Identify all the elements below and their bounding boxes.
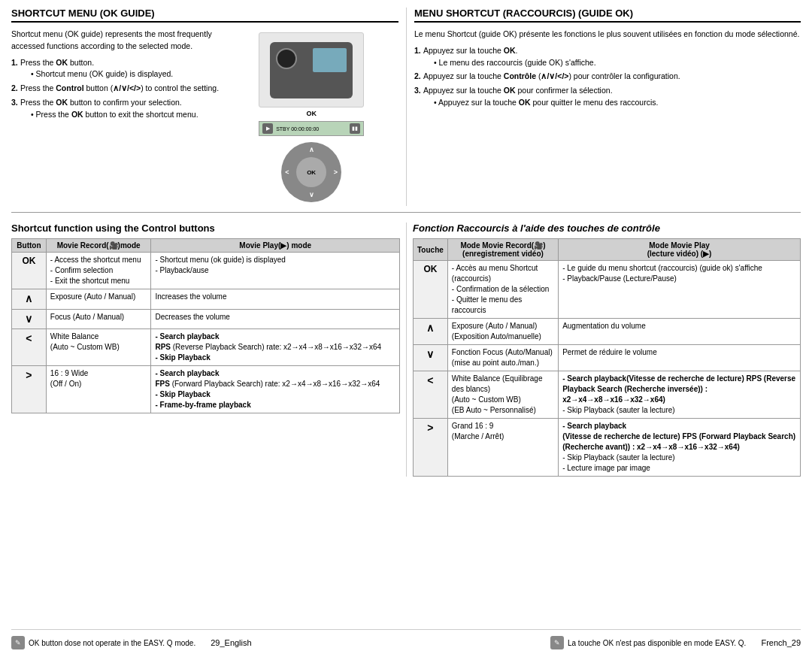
- table-row: OK - Accès au menu Shortcut (raccourcis)…: [414, 261, 801, 319]
- ctrl-up-arrow: ∧: [309, 146, 314, 153]
- control-wheel: ∧ ∨ < > OK: [281, 142, 341, 202]
- table-row: ∨ Fonction Focus (Auto/Manual) (mise au …: [414, 345, 801, 371]
- col-button: Button: [12, 239, 47, 253]
- table-row: > Grand 16 : 9(Marche / Arrêt) - Search …: [414, 419, 801, 477]
- left-record-fr-cell: White Balance (Equilibrage des blancs)(A…: [447, 371, 558, 419]
- left-record-cell: White Balance(Auto ~ Custom WB): [46, 329, 151, 366]
- up-play-cell: Increases the volume: [151, 289, 400, 310]
- left-play-cell: - Search playbackRPS (Reverse Playback S…: [151, 329, 400, 366]
- ctrl-down-arrow: ∨: [309, 191, 314, 198]
- camera-body: [270, 42, 353, 98]
- col-movie-record: Movie Record(🎥)mode: [46, 239, 151, 253]
- left-step-2: 2. Press the Control button (∧/∨/</>) to…: [11, 83, 224, 95]
- left-step-1: 1. Press the OK button. Shortcut menu (O…: [11, 57, 224, 81]
- stby-icon: ▶: [262, 123, 273, 134]
- left-intro: Shortcut menu (OK guide) represents the …: [11, 29, 224, 53]
- up-record-fr-cell: Exposure (Auto / Manual)(Exposition Auto…: [447, 319, 558, 345]
- right-record-fr-cell: Grand 16 : 9(Marche / Arrêt): [447, 419, 558, 477]
- camera-image-area: OK ▶ STBY 00:00:00:00 ▮▮ ∧ ∨ < > OK: [224, 29, 398, 206]
- footer-note-right: ✎ La touche OK n'est pas disponible en m…: [550, 636, 746, 649]
- right-intro: Le menu Shortcut (guide OK) présente les…: [414, 29, 801, 41]
- ok-record-fr-cell: - Accès au menu Shortcut (raccourcis)- C…: [447, 261, 558, 319]
- down-record-cell: Focus (Auto / Manual): [46, 309, 151, 329]
- right-step-1: 1. Appuyez sur la touche OK. Le menu des…: [414, 45, 801, 69]
- left-step-3-bullet: Press the OK button to exit the shortcut…: [20, 109, 224, 121]
- middle-section: Shortcut function using the Control butt…: [11, 223, 801, 477]
- middle-right: Fonction Raccourcis à l'aide des touches…: [406, 223, 801, 477]
- right-step-3: 3. Appuyez sur la touche OK pour confirm…: [414, 85, 801, 109]
- battery-icon: ▮▮: [350, 123, 360, 134]
- right-title: MENU SHORTCUT (RACCOURCIS) (GUIDE OK): [414, 8, 801, 23]
- ok-label: OK: [306, 110, 317, 117]
- table-row: ∨ Focus (Auto / Manual) Decreases the vo…: [12, 309, 400, 329]
- note-icon-right: ✎: [550, 636, 564, 649]
- btn-ok-fr: OK: [414, 261, 448, 319]
- right-step-1-bullet: Le menu des raccourcis (guide OK) s'affi…: [423, 57, 801, 69]
- btn-right: >: [12, 366, 47, 413]
- btn-ok: OK: [12, 253, 47, 289]
- top-section: SHORTCUT MENU (OK GUIDE) Shortcut menu (…: [11, 8, 801, 213]
- right-steps: 1. Appuyez sur la touche OK. Le menu des…: [414, 45, 801, 109]
- note-icon-left: ✎: [11, 636, 25, 649]
- down-play-cell: Decreases the volume: [151, 309, 400, 329]
- btn-left: <: [12, 329, 47, 366]
- camera-image: [259, 32, 364, 107]
- middle-right-title: Fonction Raccourcis à l'aide des touches…: [413, 223, 801, 234]
- lcd-bar: ▶ STBY 00:00:00:00 ▮▮: [259, 121, 364, 136]
- col-touche: Touche: [414, 239, 448, 261]
- table-row: < White Balance (Equilibrage des blancs)…: [414, 371, 801, 419]
- footer-note-left: ✎ OK button dose not operate in the EASY…: [11, 636, 195, 649]
- btn-up: ∧: [12, 289, 47, 310]
- footer-note-right-text: La touche OK n'est pas disponible en mod…: [568, 639, 746, 647]
- ctrl-right-arrow: >: [334, 168, 338, 176]
- left-column: SHORTCUT MENU (OK GUIDE) Shortcut menu (…: [11, 8, 406, 206]
- btn-down: ∨: [12, 309, 47, 329]
- page-num-right: French_29: [761, 638, 801, 647]
- ctrl-left-arrow: <: [285, 168, 289, 176]
- right-step-3-bullet: Appuyez sur la touche OK pour quitter le…: [423, 97, 801, 109]
- middle-left: Shortcut function using the Control butt…: [11, 223, 406, 477]
- right-play-cell: - Search playbackFPS (Forward Playback S…: [151, 366, 400, 413]
- lcd-text: STBY 00:00:00:00: [276, 126, 319, 132]
- left-steps: 1. Press the OK button. Shortcut menu (O…: [11, 57, 224, 121]
- col-movie-play: Movie Play(▶) mode: [151, 239, 400, 253]
- left-step-1-bullet: Shortcut menu (OK guide) is displayed.: [20, 68, 224, 80]
- table-row: ∧ Exposure (Auto / Manual)(Exposition Au…: [414, 319, 801, 345]
- btn-right-fr: >: [414, 419, 448, 477]
- ok-record-cell: - Access the shortcut menu- Confirm sele…: [46, 253, 151, 289]
- left-step-3: 3. Press the OK button to confirm your s…: [11, 97, 224, 121]
- left-table: Button Movie Record(🎥)mode Movie Play(▶)…: [11, 238, 400, 413]
- col-mode-play-fr: Mode Movie Play(lecture vidéo) (▶): [559, 239, 801, 261]
- right-step-2: 2. Appuyez sur la touche Contrôle (∧/∨/<…: [414, 71, 801, 83]
- right-column: MENU SHORTCUT (RACCOURCIS) (GUIDE OK) Le…: [406, 8, 801, 206]
- up-play-fr-cell: Augmentation du volume: [559, 319, 801, 345]
- up-record-cell: Exposure (Auto / Manual): [46, 289, 151, 310]
- left-play-fr-cell: - Search playback(Vitesse de recherche d…: [559, 371, 801, 419]
- footer: ✎ OK button dose not operate in the EASY…: [11, 629, 801, 649]
- btn-left-fr: <: [414, 371, 448, 419]
- table-row: ∧ Exposure (Auto / Manual) Increases the…: [12, 289, 400, 310]
- btn-down-fr: ∨: [414, 345, 448, 371]
- table-row: > 16 : 9 Wide(Off / On) - Search playbac…: [12, 366, 400, 413]
- page-num-left: 29_English: [211, 638, 251, 647]
- page: SHORTCUT MENU (OK GUIDE) Shortcut menu (…: [0, 0, 812, 657]
- down-record-fr-cell: Fonction Focus (Auto/Manual) (mise au po…: [447, 345, 558, 371]
- right-play-fr-cell: - Search playback(Vitesse de recherche d…: [559, 419, 801, 477]
- left-title: SHORTCUT MENU (OK GUIDE): [11, 8, 398, 23]
- footer-note-left-text: OK button dose not operate in the EASY. …: [29, 639, 195, 647]
- right-table: Touche Mode Movie Record(🎥)(enregistreme…: [413, 238, 801, 477]
- table-row: < White Balance(Auto ~ Custom WB) - Sear…: [12, 329, 400, 366]
- camera-screen: [313, 48, 347, 72]
- camera-lens: [276, 48, 297, 69]
- control-inner-ok: OK: [296, 157, 326, 187]
- middle-left-title: Shortcut function using the Control butt…: [11, 223, 400, 234]
- right-record-cell: 16 : 9 Wide(Off / On): [46, 366, 151, 413]
- left-intro-area: Shortcut menu (OK guide) represents the …: [11, 29, 224, 206]
- btn-up-fr: ∧: [414, 319, 448, 345]
- ok-play-fr-cell: - Le guide du menu shortcut (raccourcis)…: [559, 261, 801, 319]
- table-row: OK - Access the shortcut menu- Confirm s…: [12, 253, 400, 289]
- col-mode-record-fr: Mode Movie Record(🎥)(enregistrement vidé…: [447, 239, 558, 261]
- down-play-fr-cell: Permet de réduire le volume: [559, 345, 801, 371]
- ok-play-cell: - Shortcut menu (ok guide) is displayed-…: [151, 253, 400, 289]
